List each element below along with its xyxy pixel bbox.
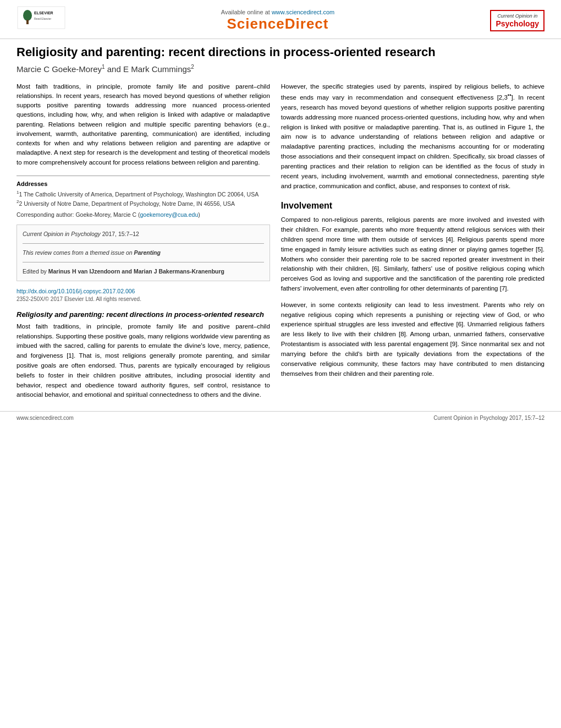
author1-name: Marcie C Goeke-Morey: [16, 64, 102, 74]
corresponding-author-line: Corresponding author: Goeke-Morey, Marci…: [16, 211, 270, 218]
main-content: Religiosity and parenting: recent direct…: [0, 45, 561, 400]
svg-point-1: [23, 10, 32, 21]
right-intro-text: However, the specific strategies used by…: [281, 82, 544, 191]
svg-text:Reed Elsevier: Reed Elsevier: [34, 17, 51, 20]
address2-text: 22 University of Notre Dame, Department …: [16, 199, 270, 208]
journal-name-line: Current Opinion in Psychology 2017, 15:7…: [23, 229, 264, 239]
article-authors: Marcie C Goeke-Morey1 and E Mark Cumming…: [16, 64, 544, 74]
involvement-body-text-2: However, in some contexts religiosity ca…: [281, 300, 544, 379]
doi-link: http://dx.doi.org/10.1016/j.copsyc.2017.…: [16, 288, 270, 294]
svg-rect-2: [26, 20, 29, 24]
copyright-text: 2352-250X/© 2017 Elsevier Ltd. All right…: [16, 296, 270, 302]
page-footer: www.sciencedirect.com Current Opinion in…: [0, 411, 561, 424]
corresponding-email-link[interactable]: goekemorey@cua.edu: [140, 211, 198, 218]
right-column: However, the specific strategies used by…: [281, 82, 544, 401]
section-heading: Religiosity and parenting: recent direct…: [16, 310, 270, 319]
footer-url: www.sciencedirect.com: [16, 415, 74, 421]
involvement-heading: Involvement: [281, 201, 544, 211]
doi-section: http://dx.doi.org/10.1016/j.copsyc.2017.…: [16, 288, 270, 302]
page-container: ELSEVIER Reed Elsevier Available online …: [0, 0, 561, 728]
journal-info-box: Current Opinion in Psychology 2017, 15:7…: [16, 225, 270, 281]
authors-connector: and E Mark Cummings: [105, 64, 191, 74]
sciencedirect-url[interactable]: www.sciencedirect.com: [272, 9, 334, 15]
available-online-text: Available online at www.sciencedirect.co…: [82, 9, 473, 15]
two-column-layout: Most faith traditions, in principle, pro…: [16, 82, 544, 401]
themed-issue-line: This review comes from a themed issue on…: [23, 248, 264, 258]
footer-citation: Current Opinion in Psychology 2017, 15:7…: [433, 415, 544, 421]
body-text-left: Most faith traditions, in principle, pro…: [16, 322, 270, 401]
badge-top-text: Current Opinion in: [496, 13, 539, 19]
author2-sup: 2: [191, 64, 194, 70]
addresses-title: Addresses: [16, 180, 270, 187]
badge-bottom-text: Psychology: [496, 19, 539, 29]
sciencedirect-brand: ScienceDirect: [82, 15, 473, 32]
edited-by-line: Edited by Marinus H van IJzendoorn and M…: [23, 267, 264, 276]
and-connector: and: [113, 391, 124, 398]
abstract-text: Most faith traditions, in principle, pro…: [16, 82, 270, 167]
address1-text: 11 The Catholic University of America, D…: [16, 189, 270, 199]
journal-badge: Current Opinion in Psychology: [490, 10, 544, 32]
involvement-body-text-1: Compared to non-religious parents, relig…: [281, 215, 544, 294]
article-title: Religiosity and parenting: recent direct…: [16, 45, 544, 61]
figure-reference: Figure 1: [508, 124, 531, 130]
addresses-section: Addresses 11 The Catholic University of …: [16, 176, 270, 218]
svg-text:ELSEVIER: ELSEVIER: [34, 11, 53, 15]
doi-url[interactable]: http://dx.doi.org/10.1016/j.copsyc.2017.…: [16, 288, 135, 294]
header: ELSEVIER Reed Elsevier Available online …: [0, 0, 561, 39]
header-left: ELSEVIER Reed Elsevier: [16, 6, 82, 36]
header-center: Available online at www.sciencedirect.co…: [82, 9, 473, 32]
header-right: Current Opinion in Psychology: [473, 10, 544, 32]
left-column: Most faith traditions, in principle, pro…: [16, 82, 270, 401]
elsevier-logo: ELSEVIER Reed Elsevier: [16, 6, 66, 36]
